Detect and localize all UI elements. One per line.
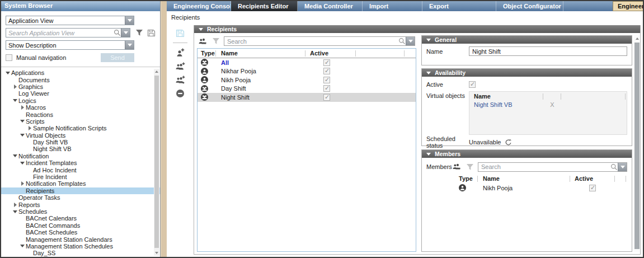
tree-item-management-station-calendars[interactable]: Management Station Calendars <box>1 236 160 242</box>
properties-scrollbar[interactable] <box>634 35 640 252</box>
tree-item-bacnet-commands[interactable]: BACnet Commands <box>1 222 160 229</box>
tree-item-recipients[interactable]: Recipients <box>1 187 160 194</box>
active-checkbox[interactable] <box>589 185 596 191</box>
active-checkbox[interactable] <box>323 59 330 66</box>
tree-scrollbar[interactable] <box>154 69 159 256</box>
scroll-up-icon[interactable] <box>634 36 640 41</box>
tab-object-configurator[interactable]: Object Configurator <box>496 1 563 11</box>
member-row[interactable]: Nikh Pooja <box>455 183 627 193</box>
name-field[interactable] <box>469 46 627 56</box>
column-header-name[interactable]: Name <box>478 174 570 183</box>
chevron-down-icon[interactable] <box>12 210 18 213</box>
column-header-type[interactable]: Type <box>198 49 216 58</box>
recipient-row[interactable]: Nikhar Pooja <box>198 67 416 76</box>
tree-item-management-station-schedules[interactable]: Management Station Schedules <box>1 243 160 250</box>
tab-recipients-editor[interactable]: Recipients Editor <box>231 1 298 11</box>
members-search[interactable] <box>478 162 627 172</box>
panel-splitter[interactable] <box>161 1 167 257</box>
vo-column-header-blank[interactable] <box>626 92 627 100</box>
tree-item-day-ss[interactable]: Day_SS <box>1 250 160 256</box>
tree-item-applications[interactable]: Applications <box>1 69 160 76</box>
tree-item-fire-incident[interactable]: Fire Incident <box>1 173 160 180</box>
tree-item-log-viewer[interactable]: Log Viewer <box>1 90 160 97</box>
tree-item-logics[interactable]: Logics <box>1 97 160 104</box>
chevron-down-icon[interactable] <box>19 162 26 165</box>
tab-engineering[interactable]: Engineering <box>613 1 643 11</box>
chevron-right-icon[interactable] <box>19 105 26 110</box>
virtual-object-name[interactable]: Night Shift VB <box>474 101 512 108</box>
filter-icon[interactable] <box>212 37 220 45</box>
vo-column-header-name[interactable]: Name <box>469 92 543 100</box>
chevron-down-icon[interactable] <box>406 37 415 45</box>
column-header-name[interactable]: Name <box>216 49 305 58</box>
remove-icon[interactable] <box>176 89 185 98</box>
save-icon[interactable] <box>176 29 185 37</box>
send-button[interactable]: Send <box>101 53 134 62</box>
group-filter-icon[interactable] <box>452 163 462 171</box>
tree-item-ad-hoc-incident[interactable]: Ad Hoc Incident <box>1 166 160 173</box>
active-checkbox[interactable] <box>323 94 330 101</box>
chevron-down-icon[interactable] <box>618 163 627 171</box>
chevron-right-icon[interactable] <box>26 126 33 130</box>
recipients-search-input[interactable] <box>224 38 398 45</box>
tab-import[interactable]: Import <box>363 1 422 11</box>
general-panel-header[interactable]: General <box>422 36 632 44</box>
tree-item-night-shift-vb[interactable]: Night Shift VB <box>1 146 160 152</box>
tree-item-notification[interactable]: Notification <box>1 153 160 160</box>
active-checkbox[interactable] <box>323 85 330 92</box>
availability-panel-header[interactable]: Availability <box>422 69 632 77</box>
column-header-blank[interactable] <box>405 49 416 58</box>
tree-item-virtual-objects[interactable]: Virtual Objects <box>1 132 160 139</box>
filter-icon[interactable] <box>466 163 474 171</box>
chevron-down-icon[interactable] <box>125 16 134 25</box>
active-checkbox[interactable] <box>323 77 330 83</box>
add-recipient-icon[interactable] <box>176 48 185 57</box>
vo-column-header-blank[interactable] <box>561 92 626 100</box>
add-group-icon[interactable] <box>176 62 185 71</box>
tree-item-operator-tasks[interactable]: Operator Tasks <box>1 194 160 201</box>
tree-item-day-shift-vb[interactable]: Day Shift VB <box>1 139 160 146</box>
recipient-row[interactable]: Night Shift <box>198 93 416 102</box>
chevron-down-icon[interactable] <box>12 154 18 157</box>
column-header-blank[interactable] <box>626 174 627 183</box>
save-icon[interactable] <box>147 29 156 37</box>
tree-item-macros[interactable]: Macros <box>1 104 160 111</box>
scroll-down-icon[interactable] <box>154 250 159 256</box>
chevron-down-icon[interactable] <box>121 29 130 37</box>
manual-navigation-checkbox[interactable] <box>6 54 12 61</box>
column-header-active[interactable]: Active <box>570 174 615 183</box>
view-dropdown[interactable]: Application View <box>6 16 134 25</box>
chevron-right-icon[interactable] <box>12 203 18 207</box>
chevron-down-icon[interactable] <box>19 245 26 247</box>
column-header-type[interactable]: Type <box>455 174 478 183</box>
chevron-down-icon[interactable] <box>19 120 26 123</box>
active-checkbox[interactable] <box>323 68 330 74</box>
filter-icon[interactable] <box>135 29 143 36</box>
tree-item-scripts[interactable]: Scripts <box>1 118 160 125</box>
recipients-search[interactable] <box>224 36 415 46</box>
tree-item-documents[interactable]: Documents <box>1 76 160 83</box>
vo-column-header-blank[interactable] <box>543 92 561 100</box>
description-dropdown[interactable]: Show Description <box>6 40 134 50</box>
members-search-input[interactable] <box>478 163 610 170</box>
recipient-row[interactable]: Nikh Pooja <box>198 76 416 85</box>
column-header-blank[interactable] <box>615 174 626 183</box>
remove-virtual-object-button[interactable]: X <box>550 101 554 108</box>
scroll-up-icon[interactable] <box>154 69 159 74</box>
virtual-object-row[interactable]: Night Shift VBX <box>469 100 627 109</box>
column-header-blank[interactable] <box>356 49 405 58</box>
recipient-row[interactable]: Day Shift <box>198 85 416 93</box>
chevron-down-icon[interactable] <box>4 72 11 74</box>
group-filter-icon[interactable] <box>198 37 208 45</box>
tree-item-reactions[interactable]: Reactions <box>1 111 160 118</box>
scrollbar-thumb[interactable] <box>154 76 159 248</box>
refresh-icon[interactable] <box>505 139 512 146</box>
tree-item-reports[interactable]: Reports <box>1 201 160 208</box>
tab-engineering-console[interactable]: Engineering Console <box>167 1 231 11</box>
recipients-group-header[interactable]: Recipients <box>194 25 640 33</box>
tree-item-incident-templates[interactable]: Incident Templates <box>1 160 160 166</box>
scrollbar-thumb[interactable] <box>634 43 640 249</box>
tree-item-bacnet-calendars[interactable]: BACnet Calendars <box>1 215 160 222</box>
recipient-row[interactable]: All <box>198 58 416 67</box>
tree-item-schedules[interactable]: Schedules <box>1 208 160 215</box>
